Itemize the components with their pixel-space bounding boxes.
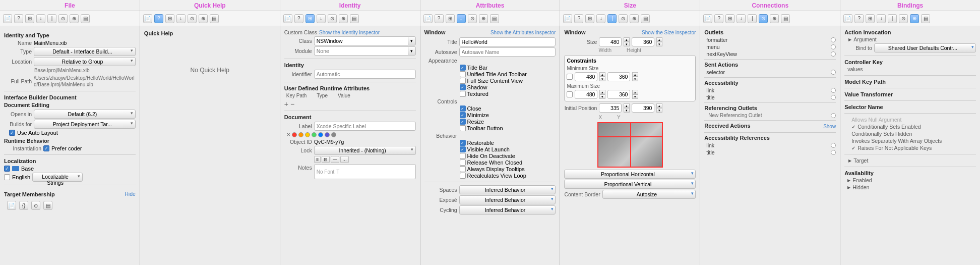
link2-circle[interactable] <box>831 143 836 148</box>
tab-attributes[interactable]: Attributes <box>420 0 561 11</box>
id-btn-6[interactable]: ⊕ <box>339 14 348 23</box>
attr-btn-5[interactable]: ⊙ <box>468 14 477 23</box>
min-width-down[interactable]: ▾ <box>599 77 605 81</box>
bind-btn-3[interactable]: ⊞ <box>866 14 875 23</box>
new-ref-circle[interactable] <box>831 113 836 118</box>
full-size-check[interactable] <box>460 78 466 84</box>
english-dropdown[interactable]: Localizable Strings <box>32 173 83 182</box>
hide-link[interactable]: Hide <box>125 191 136 197</box>
min-size-check[interactable] <box>567 74 573 80</box>
color-orange[interactable] <box>298 132 303 137</box>
width-input[interactable] <box>599 37 622 46</box>
auto-layout-checkbox[interactable]: ✓ <box>9 130 15 136</box>
conn-btn-1[interactable]: 📄 <box>703 14 712 23</box>
tab-identity[interactable]: Identity <box>280 0 420 11</box>
attr-btn-6[interactable]: ⊕ <box>479 14 488 23</box>
max-width-input[interactable] <box>575 90 597 99</box>
max-width-up[interactable]: ▴ <box>599 90 605 94</box>
textured-check[interactable] <box>460 91 466 97</box>
toolbar-btn-check[interactable] <box>460 125 466 131</box>
title-conn-circle[interactable] <box>831 95 836 100</box>
target-btn-1[interactable]: 📄 <box>7 201 16 210</box>
target-btn-3[interactable]: ⊙ <box>31 201 40 210</box>
release-when-closed-check[interactable] <box>460 160 466 166</box>
prefer-coder-checkbox[interactable]: ✓ <box>43 145 49 151</box>
opens-in-dropdown[interactable]: Default (6.2) <box>34 110 136 119</box>
conn-btn-5[interactable]: | <box>748 14 757 23</box>
notes-btn-3[interactable]: — <box>331 156 339 163</box>
proportional-h-dropdown[interactable]: Proportional Horizontal <box>564 170 696 179</box>
id-btn-3[interactable]: ⊞ <box>305 14 315 23</box>
qh-btn-5[interactable]: ⊙ <box>188 14 197 23</box>
notes-area[interactable]: No Font T <box>314 164 416 179</box>
restorable-check[interactable]: ✓ <box>460 140 466 146</box>
expose-dropdown[interactable]: Inferred Behavior <box>459 195 556 204</box>
base-checkbox[interactable]: ✓ <box>4 166 10 172</box>
color-red[interactable] <box>292 132 297 137</box>
height-input[interactable] <box>632 37 654 46</box>
target-btn-4[interactable]: ▤ <box>43 201 52 210</box>
bind-btn-5[interactable]: | <box>888 14 897 23</box>
qh-btn-6[interactable]: ⊕ <box>199 14 208 23</box>
file-btn-3[interactable]: ⊞ <box>25 14 34 23</box>
x-down[interactable]: ▾ <box>624 108 630 113</box>
always-display-check[interactable] <box>460 166 466 172</box>
tab-bindings[interactable]: Bindings <box>840 0 980 11</box>
file-btn-7[interactable]: ⊕ <box>70 14 79 23</box>
max-height-down[interactable]: ▾ <box>632 94 638 99</box>
type-dropdown[interactable]: Default - Interface Build... <box>34 47 136 56</box>
title-bar-check[interactable]: ✓ <box>460 65 466 71</box>
file-btn-5[interactable]: | <box>47 14 56 23</box>
bind-btn-4[interactable]: ↓ <box>877 14 886 23</box>
color-blue[interactable] <box>318 132 323 137</box>
max-height-input[interactable] <box>607 90 630 99</box>
argument-triangle[interactable]: ▶ <box>848 37 851 42</box>
size-btn-6[interactable]: ⊙ <box>619 14 628 23</box>
max-height-up[interactable]: ▴ <box>632 90 638 94</box>
cycling-dropdown[interactable]: Inferred Behavior <box>459 205 556 215</box>
conn-btn-4[interactable]: ↓ <box>737 14 746 23</box>
visible-at-launch-check[interactable]: ✓ <box>460 146 466 152</box>
file-btn-2[interactable]: ? <box>14 14 23 23</box>
bind-btn-2[interactable]: ? <box>854 14 864 23</box>
menu-circle[interactable] <box>831 44 836 49</box>
hide-on-deactivate-check[interactable] <box>460 153 466 159</box>
builds-for-dropdown[interactable]: Project Deployment Tar... <box>34 120 136 129</box>
y-up[interactable]: ▴ <box>656 103 662 108</box>
id-btn-5[interactable]: ⊙ <box>328 14 337 23</box>
selector-circle[interactable] <box>831 70 836 75</box>
min-width-up[interactable]: ▴ <box>599 72 605 77</box>
title-input[interactable] <box>459 37 556 46</box>
attr-btn-4[interactable]: ↓ <box>457 14 466 23</box>
module-btn[interactable]: ▾ <box>408 46 416 56</box>
attr-btn-3[interactable]: ⊞ <box>446 14 455 23</box>
tab-size[interactable]: Size <box>560 0 700 11</box>
color-yellow[interactable] <box>305 132 310 137</box>
file-btn-6[interactable]: ⊙ <box>58 14 68 23</box>
show-size-link[interactable]: Show the Size inspector <box>642 30 696 35</box>
notes-btn-4[interactable]: … <box>340 156 349 163</box>
min-height-down[interactable]: ▾ <box>632 77 638 81</box>
min-width-input[interactable] <box>575 72 597 81</box>
bind-btn-6[interactable]: ⊙ <box>899 14 908 23</box>
color-purple[interactable] <box>325 132 330 137</box>
notes-btn-2[interactable]: ⊟ <box>322 156 330 163</box>
id-btn-7[interactable]: ▤ <box>350 14 359 23</box>
nextKeyView-circle[interactable] <box>831 51 836 57</box>
id-btn-4[interactable]: ↓ <box>317 14 326 23</box>
color-grey[interactable] <box>331 132 336 137</box>
size-btn-3[interactable]: ⊞ <box>585 14 594 23</box>
bind-btn-7[interactable]: ⊕ <box>910 14 919 23</box>
min-height-up[interactable]: ▴ <box>632 72 638 77</box>
id-btn-1[interactable]: 📄 <box>283 14 292 23</box>
attr-btn-7[interactable]: ▤ <box>490 14 499 23</box>
resize-check[interactable]: ✓ <box>460 119 466 125</box>
bind-btn-1[interactable]: 📄 <box>843 14 852 23</box>
recalculates-check[interactable] <box>460 173 466 179</box>
shadow-check[interactable]: ✓ <box>460 84 466 90</box>
show-identity-link[interactable]: Show the Identity inspector <box>319 30 416 35</box>
conditionally-enabled-check[interactable]: ✓ <box>851 124 855 130</box>
x-input[interactable] <box>599 103 622 113</box>
enabled-triangle[interactable]: ▶ <box>847 178 850 183</box>
min-height-input[interactable] <box>607 72 630 81</box>
